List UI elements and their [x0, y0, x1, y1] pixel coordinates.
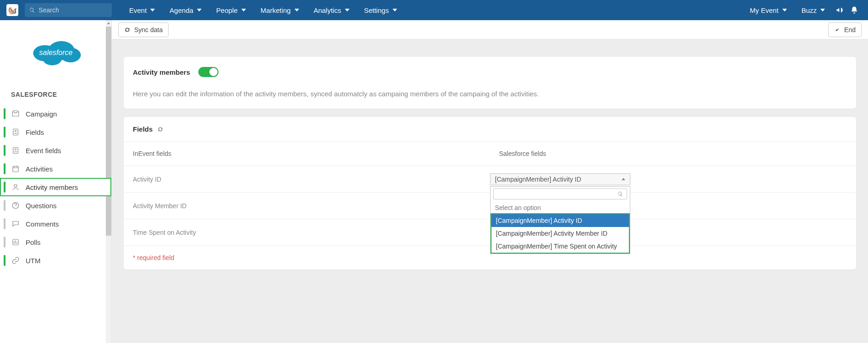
chat-icon: [11, 220, 20, 228]
menu-buzz[interactable]: Buzz: [794, 0, 832, 20]
end-button[interactable]: End: [828, 22, 862, 37]
announcements-button[interactable]: [832, 0, 847, 20]
dropdown-option-placeholder[interactable]: Select an option: [491, 201, 630, 214]
refresh-icon: [124, 27, 131, 33]
sync-data-label: Sync data: [134, 26, 163, 33]
end-label: End: [844, 26, 856, 33]
field-label: Activity ID: [133, 176, 490, 183]
content-toolbar: Sync data End: [112, 20, 868, 39]
sidebar-item-polls[interactable]: Polls: [0, 233, 111, 251]
top-nav: 🐿️ Event Agenda People Marketing Analyti…: [0, 0, 868, 20]
sidebar-item-label: Campaign: [26, 110, 57, 118]
svg-point-6: [15, 130, 16, 132]
svg-rect-7: [13, 147, 18, 154]
inbox-icon: [11, 110, 20, 118]
sidebar-item-label: Polls: [26, 238, 41, 246]
notifications-button[interactable]: [847, 0, 862, 20]
sidebar: salesforce SALESFORCE Campaign Fields Ev…: [0, 20, 112, 343]
card-title: Activity members: [133, 68, 190, 76]
svg-text:salesforce: salesforce: [39, 49, 72, 56]
sidebar-item-label: Event fields: [26, 147, 61, 155]
sidebar-item-label: UTM: [26, 257, 41, 265]
sidebar-item-label: Fields: [26, 128, 44, 136]
help-icon: [11, 201, 20, 210]
bell-icon: [850, 6, 858, 14]
user-icon: [11, 183, 20, 191]
menu-people[interactable]: People: [209, 0, 253, 20]
app-logo[interactable]: 🐿️: [6, 4, 18, 16]
menu-marketing[interactable]: Marketing: [253, 0, 306, 20]
main-content: Sync data End Activity members Here you …: [112, 20, 868, 343]
sidebar-item-label: Questions: [26, 202, 57, 210]
column-header-salesforce: Salesforce fields: [490, 142, 857, 166]
dropdown-option-group: [CampaignMember] Activity ID [CampaignMe…: [491, 213, 630, 254]
fields-title: Fields: [133, 125, 153, 133]
sidebar-item-label: Comments: [26, 220, 59, 228]
dropdown-panel: Select an option [CampaignMember] Activi…: [490, 186, 630, 254]
refresh-icon[interactable]: [157, 126, 164, 133]
sidebar-item-comments[interactable]: Comments: [0, 215, 111, 233]
sidebar-item-event-fields[interactable]: Event fields: [0, 141, 111, 160]
badge-icon: [11, 146, 20, 155]
sidebar-scroll-up[interactable]: [106, 20, 111, 27]
dropdown-search-input[interactable]: [493, 188, 627, 199]
badge-icon: [11, 128, 20, 136]
sidebar-item-label: Activities: [26, 165, 53, 173]
sidebar-item-utm[interactable]: UTM: [0, 251, 111, 270]
check-icon: [834, 27, 841, 33]
search-icon: [29, 7, 35, 13]
chevron-up-icon: [622, 178, 625, 180]
dropdown-option[interactable]: [CampaignMember] Time Spent on Activity: [491, 240, 629, 253]
main-menu: Event Agenda People Marketing Analytics …: [122, 0, 404, 20]
column-header-inevent: InEvent fields: [124, 142, 490, 166]
dropdown-selected-value: [CampaignMember] Activity ID: [495, 176, 581, 183]
field-label: Activity Member ID: [133, 202, 490, 210]
svg-rect-5: [13, 129, 18, 135]
salesforce-logo: salesforce: [0, 33, 111, 70]
dropdown-option[interactable]: [CampaignMember] Activity ID: [491, 213, 629, 227]
sidebar-item-label: Activity members: [26, 183, 78, 191]
field-row: Activity ID [CampaignMember] Activity ID: [124, 166, 856, 193]
menu-settings[interactable]: Settings: [357, 0, 404, 20]
menu-my-event[interactable]: My Event: [742, 0, 794, 20]
chart-icon: [11, 238, 20, 246]
search-input[interactable]: [38, 6, 107, 14]
salesforce-field-dropdown[interactable]: [CampaignMember] Activity ID: [490, 173, 630, 185]
sidebar-section-title: SALESFORCE: [0, 91, 111, 105]
search-icon: [617, 191, 623, 197]
card-description: Here you can edit the information of the…: [133, 89, 847, 99]
menu-analytics[interactable]: Analytics: [306, 0, 357, 20]
menu-event[interactable]: Event: [122, 0, 162, 20]
sidebar-item-fields[interactable]: Fields: [0, 123, 111, 141]
field-label: Time Spent on Activity: [133, 229, 490, 236]
sidebar-item-activity-members[interactable]: Activity members: [0, 178, 111, 196]
sync-data-button[interactable]: Sync data: [118, 22, 169, 37]
megaphone-icon: [835, 6, 844, 14]
svg-point-8: [15, 149, 16, 150]
sidebar-item-campaign[interactable]: Campaign: [0, 105, 111, 123]
calendar-icon: [11, 165, 20, 173]
svg-rect-9: [13, 166, 18, 172]
menu-agenda[interactable]: Agenda: [162, 0, 209, 20]
fields-card: Fields InEvent fields Salesforce fields …: [124, 117, 856, 270]
activity-members-toggle[interactable]: [198, 67, 218, 77]
activity-members-card: Activity members Here you can edit the i…: [124, 57, 856, 109]
sidebar-item-questions[interactable]: Questions: [0, 196, 111, 215]
svg-point-10: [14, 184, 17, 187]
link-icon: [11, 256, 20, 265]
global-search[interactable]: [25, 3, 112, 17]
sidebar-item-activities[interactable]: Activities: [0, 160, 111, 178]
dropdown-option[interactable]: [CampaignMember] Activity Member ID: [491, 227, 629, 240]
